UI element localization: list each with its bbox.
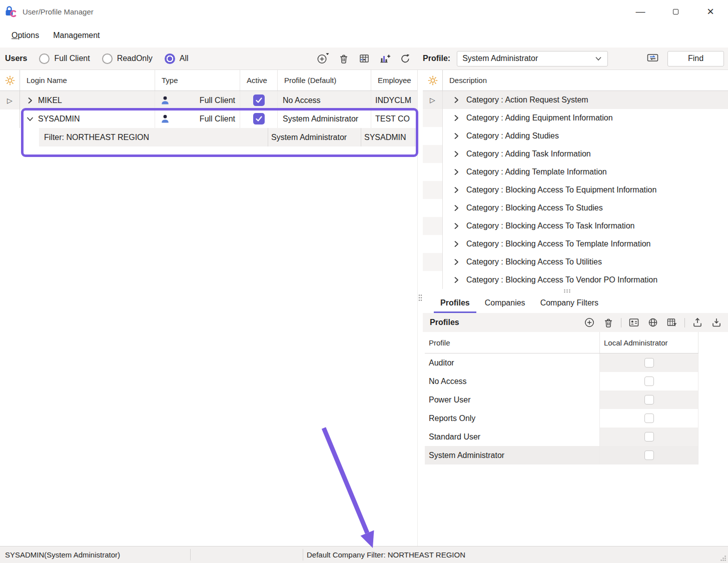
category-row[interactable]: Category : Blocking Access To Equipment … — [423, 181, 728, 199]
column-header-description[interactable]: Description — [443, 70, 728, 90]
expand-chevron-icon[interactable] — [452, 114, 461, 122]
category-row[interactable]: Category : Adding Task Information — [423, 145, 728, 163]
active-checkbox[interactable] — [253, 94, 265, 106]
menubar: Options Management — [0, 23, 728, 48]
expand-chevron-icon[interactable] — [452, 150, 461, 158]
contact-card-button[interactable] — [627, 316, 640, 329]
category-row[interactable]: Category : Blocking Access To Studies — [423, 199, 728, 217]
radio-readonly[interactable]: ReadOnly — [102, 54, 153, 64]
expand-chevron-icon[interactable] — [452, 240, 461, 248]
category-row[interactable]: Category : Adding Template Information — [423, 163, 728, 181]
column-header-type[interactable]: Type — [155, 70, 240, 90]
detail-indent — [0, 128, 39, 146]
profiles-section-header: Profiles — [423, 313, 728, 332]
sun-icon — [428, 76, 438, 86]
category-row[interactable]: Category : Adding Equipment Information — [423, 109, 728, 127]
tab-company-filters[interactable]: Company Filters — [534, 294, 605, 313]
export-button[interactable] — [691, 316, 704, 329]
local-admin-checkbox[interactable] — [644, 358, 654, 368]
user-type: Full Client — [200, 96, 235, 105]
resize-grip[interactable] — [719, 554, 726, 562]
profile-select[interactable]: System Administrator — [457, 51, 608, 66]
user-grid-button[interactable] — [358, 52, 371, 65]
tab-companies[interactable]: Companies — [478, 294, 532, 313]
local-admin-checkbox[interactable] — [644, 376, 654, 386]
radio-full-client[interactable]: Full Client — [39, 54, 90, 64]
profile-row-auditor[interactable]: Auditor — [425, 354, 698, 372]
expand-chevron-icon[interactable] — [452, 258, 461, 266]
globe-button[interactable] — [646, 316, 659, 329]
statusbar-divider — [303, 549, 303, 560]
grid-settings-cell[interactable] — [0, 70, 20, 90]
sync-profile-button[interactable] — [646, 52, 659, 65]
users-label: Users — [5, 54, 27, 63]
category-row[interactable]: Category : Blocking Access To Task Infor… — [423, 217, 728, 235]
category-row[interactable]: Category : Blocking Access To Utilities — [423, 253, 728, 271]
window-controls: — × — [623, 0, 728, 23]
login-name: MIKEL — [38, 96, 62, 105]
refresh-button[interactable] — [399, 52, 412, 65]
expand-chevron-icon[interactable] — [452, 204, 461, 212]
menu-management[interactable]: Management — [48, 28, 105, 42]
maximize-button[interactable] — [658, 0, 693, 23]
add-user-button[interactable] — [317, 52, 330, 65]
category-row[interactable]: Category : Blocking Access To Template I… — [423, 235, 728, 253]
column-header-profile[interactable]: Profile — [425, 332, 600, 353]
person-icon — [160, 114, 170, 124]
current-row-indicator: ▷ — [423, 91, 443, 109]
maximize-icon — [673, 9, 678, 14]
delete-user-button[interactable] — [337, 52, 350, 65]
import-button[interactable] — [710, 316, 723, 329]
user-row-sysadmin[interactable]: SYSADMIN Full Client System Administrato… — [0, 110, 417, 128]
minimize-button[interactable]: — — [623, 0, 658, 23]
user-row-mikel[interactable]: ▷ MIKEL Full Client No Access INDYCLM — [0, 91, 417, 110]
add-profile-button[interactable] — [583, 316, 596, 329]
active-checkbox[interactable] — [253, 113, 265, 124]
local-admin-checkbox[interactable] — [644, 395, 654, 404]
profiles-table: Profile Local Administrator Auditor No A… — [425, 332, 698, 464]
vertical-splitter-handle[interactable] — [418, 294, 423, 302]
grid-settings-cell[interactable] — [423, 70, 443, 90]
users-grid-header: Login Name Type Active Profile (Default)… — [0, 70, 417, 91]
grid-filter-button[interactable] — [665, 316, 678, 329]
profile-row-system-administrator[interactable]: System Administrator — [425, 446, 698, 464]
profiles-table-header: Profile Local Administrator — [425, 332, 698, 354]
local-admin-checkbox[interactable] — [644, 432, 654, 442]
local-admin-checkbox[interactable] — [644, 450, 654, 460]
category-row[interactable]: Category : Adding Studies — [423, 127, 728, 145]
column-header-local-administrator[interactable]: Local Administrator — [600, 332, 698, 353]
permissions-grid-header: Description — [423, 70, 728, 91]
category-row[interactable]: ▷ Category : Action Request System — [423, 91, 728, 109]
expand-chevron-icon[interactable] — [452, 186, 461, 194]
local-admin-checkbox[interactable] — [644, 414, 654, 423]
expand-chevron-icon[interactable] — [452, 276, 461, 284]
profile-row-standard-user[interactable]: Standard User — [425, 428, 698, 446]
delete-profile-button[interactable] — [602, 316, 615, 329]
collapse-chevron-icon[interactable] — [26, 114, 35, 124]
expand-chevron-icon[interactable] — [452, 132, 461, 140]
menu-options[interactable]: Options — [6, 28, 45, 42]
default-profile: No Access — [283, 96, 321, 105]
expand-chevron-icon[interactable] — [26, 96, 35, 105]
column-header-employee[interactable]: Employee — [371, 70, 418, 90]
users-grid: Login Name Type Active Profile (Default)… — [0, 70, 418, 546]
expand-chevron-icon[interactable] — [452, 168, 461, 176]
close-button[interactable]: × — [693, 0, 728, 23]
expand-chevron-icon[interactable] — [452, 96, 461, 104]
profile-row-no-access[interactable]: No Access — [425, 372, 698, 390]
profile-row-reports-only[interactable]: Reports Only — [425, 409, 698, 428]
column-header-profile-default[interactable]: Profile (Default) — [278, 70, 371, 90]
expand-chevron-icon[interactable] — [452, 222, 461, 230]
row-indicator-cell — [0, 110, 20, 128]
profile-select-value: System Administrator — [462, 54, 538, 63]
user-report-button[interactable] — [378, 52, 391, 65]
radio-all[interactable]: All — [165, 54, 189, 64]
category-row[interactable]: Category : Blocking Access To Vendor PO … — [423, 271, 728, 289]
user-detail-row[interactable]: Filter: NORTHEAST REGION System Administ… — [0, 128, 417, 146]
find-button[interactable]: Find — [667, 51, 724, 66]
profile-row-power-user[interactable]: Power User — [425, 390, 698, 409]
column-header-login-name[interactable]: Login Name — [20, 70, 155, 90]
tab-profiles[interactable]: Profiles — [434, 294, 476, 313]
column-header-active[interactable]: Active — [240, 70, 278, 90]
horizontal-splitter-handle[interactable] — [563, 288, 571, 294]
